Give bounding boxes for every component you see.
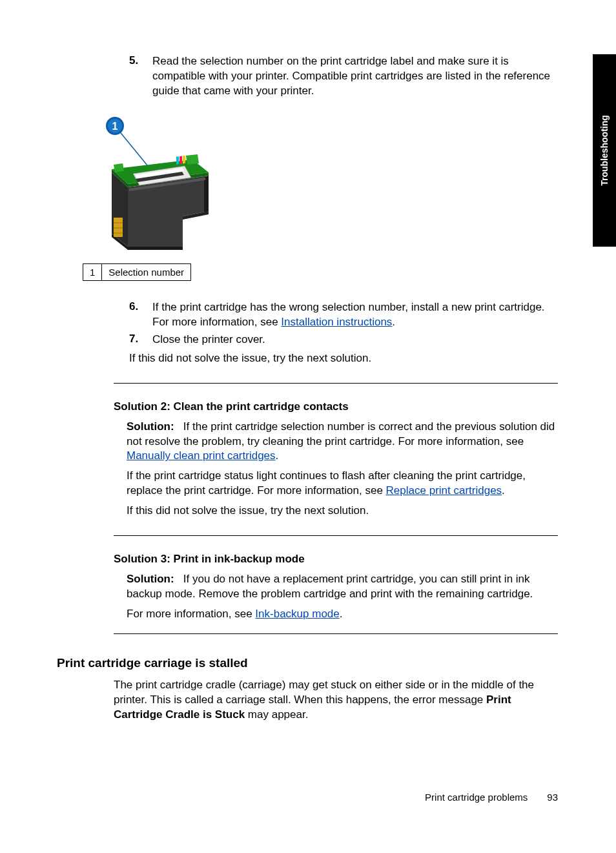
solution-3-p2a: For more information, see: [127, 608, 255, 620]
footer-page-number: 93: [547, 792, 558, 803]
callout-bubble-number: 1: [112, 121, 118, 132]
svg-rect-11: [176, 156, 179, 165]
step-6: 6. If the print cartridge has the wrong …: [129, 300, 558, 330]
cartridge-figure: 1: [83, 114, 558, 281]
solution-2-title: Solution 2: Clean the print cartridge co…: [114, 400, 558, 413]
cartridge-illustration: 1: [83, 114, 225, 260]
svg-rect-19: [114, 218, 123, 237]
step-7-text: Close the printer cover.: [152, 333, 558, 347]
section-heading: Print cartridge carriage is stalled: [57, 656, 558, 670]
solution-2-p1a: If the print cartridge selection number …: [127, 420, 555, 447]
callout-label: Selection number: [102, 263, 191, 280]
solution-3-lead: Solution:: [127, 573, 174, 585]
solution-3-p2: For more information, see Ink-backup mod…: [127, 607, 558, 622]
section-paragraph: The print cartridge cradle (carriage) ma…: [114, 678, 558, 723]
solution-2-p2: If the print cartridge status light cont…: [127, 469, 558, 498]
svg-line-0: [118, 130, 150, 169]
solution-2-p2b: .: [502, 484, 505, 497]
svg-rect-12: [180, 156, 182, 164]
page-footer: Print cartridge problems 93: [57, 792, 558, 803]
solution-2-lead: Solution:: [127, 420, 174, 433]
manually-clean-link[interactable]: Manually clean print cartridges: [127, 449, 276, 462]
step-6-text-b: .: [392, 316, 395, 328]
solution-3-p1-text: If you do not have a replacement print c…: [127, 573, 533, 600]
side-tab-label: Troubleshooting: [599, 115, 610, 186]
section-p-b: may appear.: [245, 708, 308, 721]
step-6-number: 6.: [129, 300, 152, 330]
footer-section: Print cartridge problems: [425, 792, 528, 803]
svg-marker-7: [186, 154, 199, 165]
step-5-text: Read the selection number on the print c…: [152, 54, 558, 99]
solution-2-p3: If this did not solve the issue, try the…: [127, 504, 558, 519]
step-7-number: 7.: [129, 333, 152, 347]
step-6-text: If the print cartridge has the wrong sel…: [152, 300, 558, 330]
svg-marker-15: [128, 176, 209, 247]
section-p-a: The print cartridge cradle (carriage) ma…: [114, 679, 534, 706]
installation-instructions-link[interactable]: Installation instructions: [281, 316, 392, 328]
solution-2-p1: Solution: If the print cartridge selecti…: [127, 420, 558, 464]
separator-1: [114, 383, 558, 384]
step-5: 5. Read the selection number on the prin…: [129, 54, 558, 99]
replace-cartridges-link[interactable]: Replace print cartridges: [386, 484, 502, 497]
separator-3: [114, 633, 558, 634]
after-steps-text: If this did not solve the issue, try the…: [129, 351, 558, 366]
callout-num: 1: [83, 263, 102, 280]
separator-2: [114, 535, 558, 536]
svg-marker-6: [114, 163, 124, 172]
solution-2-p1b: .: [276, 449, 279, 462]
solution-3-p2b: .: [340, 608, 343, 620]
side-tab-troubleshooting: Troubleshooting: [593, 54, 616, 247]
solution-3-title: Solution 3: Print in ink-backup mode: [114, 553, 558, 566]
step-5-number: 5.: [129, 54, 152, 99]
step-7: 7. Close the printer cover.: [129, 333, 558, 347]
solution-3-p1: Solution: If you do not have a replaceme…: [127, 572, 558, 602]
ink-backup-link[interactable]: Ink-backup mode: [255, 608, 339, 620]
svg-marker-16: [204, 176, 209, 212]
svg-rect-13: [183, 156, 185, 164]
callout-table: 1 Selection number: [83, 263, 191, 281]
